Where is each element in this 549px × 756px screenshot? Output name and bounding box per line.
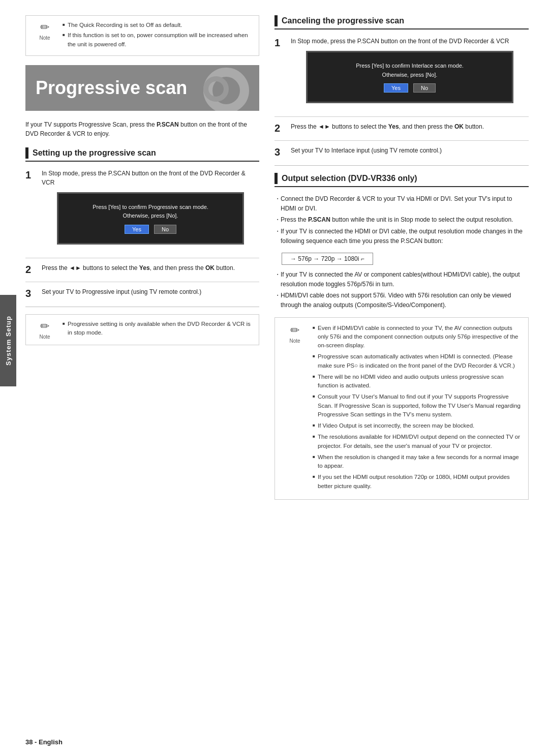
left-step-1: 1 In Stop mode, press the P.SCAN button … <box>25 169 259 252</box>
output-bullet-1: Connect the DVD Recorder & VCR to your T… <box>274 194 529 213</box>
note-right-5: If Video Output is set incorrectly, the … <box>313 421 521 430</box>
footer-text: 38 - English <box>25 738 63 746</box>
cancel-step-2-text3: button. <box>464 123 484 130</box>
step-1-text: In Stop mode, press the P.SCAN button on… <box>42 170 246 186</box>
setting-up-heading-container: Setting up the progressive scan <box>25 147 259 162</box>
output-bullets: Connect the DVD Recorder & VCR to your T… <box>274 194 529 246</box>
left-step-3: 3 Set your TV to Progressive input (usin… <box>25 287 259 299</box>
progressive-scan-banner: Progressive scan <box>25 65 259 111</box>
cancel-step-divider-1 <box>274 116 529 117</box>
step-2-bold1: Yes <box>139 264 150 271</box>
note-label-2: Note <box>39 334 50 340</box>
intro-text1: If your TV supports Progressive Scan, pr… <box>25 121 157 128</box>
banner-circle-small <box>203 76 229 102</box>
note-right-2: Progressive scan automatically activates… <box>313 352 521 370</box>
divider-after-step3 <box>25 307 259 307</box>
note-content-bottom: Progressive setting is only available wh… <box>63 320 253 340</box>
step-divider-1 <box>25 258 259 258</box>
step-number-3: 3 <box>25 287 37 299</box>
note-icon-area-2: ✏ Note <box>32 320 57 340</box>
step-3-content: Set your TV to Progressive input (using … <box>42 287 259 296</box>
output-bullet-2: Press the P.SCAN button while the unit i… <box>274 215 529 225</box>
note-box-right: ✏ Note Even if HDMI/DVI cable is connect… <box>274 317 529 500</box>
screen-mockup-2: Press [Yes] to confirm Interlace scan mo… <box>306 51 513 103</box>
step-number-1: 1 <box>25 169 37 181</box>
note-item-1: The Quick Recording is set to Off as def… <box>63 21 253 29</box>
note-content-top: The Quick Recording is set to Off as def… <box>63 21 253 50</box>
output-bullets-2: If your TV is connected the AV or compon… <box>274 270 529 310</box>
note-item-2: If this function is set to on, power con… <box>63 31 253 49</box>
screen-buttons-2: Yes No <box>315 83 505 93</box>
page-footer: 38 - English <box>25 738 63 746</box>
note-right-1: Even if HDMI/DVI cable is connected to y… <box>313 324 521 350</box>
step-2-text1: Press the ◄► buttons to select the <box>42 264 139 271</box>
screen-btn-yes-2[interactable]: Yes <box>384 83 408 93</box>
screen-btn-yes-1[interactable]: Yes <box>125 225 149 234</box>
cancel-step-2: 2 Press the ◄► buttons to select the Yes… <box>274 122 529 134</box>
output-bullet-5: HDMI/DVI cable does not support 576i. Vi… <box>274 291 529 310</box>
screen2-line-2: Otherwise, press [No]. <box>315 71 505 80</box>
note-bottom-item-1: Progressive setting is only available wh… <box>63 320 253 338</box>
cancel-step-1-text: In Stop mode, press the P.SCAN button on… <box>291 38 509 45</box>
canceling-heading-container: Canceling the progressive scan <box>274 15 529 29</box>
note-right-8: If you set the HDMI output resolution 72… <box>313 473 521 491</box>
note-right-6: The resolutions available for HDMI/DVI o… <box>313 433 521 450</box>
output-heading: Output selection (DVD-VR336 only) <box>282 174 417 183</box>
step-divider-2 <box>25 282 259 282</box>
output-heading-bar <box>274 173 278 184</box>
step-1-content: In Stop mode, press the P.SCAN button on… <box>42 169 259 252</box>
cancel-step-2-text1: Press the ◄► buttons to select the <box>291 123 388 130</box>
output-heading-container: Output selection (DVD-VR336 only) <box>274 173 529 187</box>
right-column: Canceling the progressive scan 1 In Stop… <box>274 15 529 500</box>
prog-intro: If your TV supports Progressive Scan, pr… <box>25 120 259 138</box>
cancel-step-1-content: In Stop mode, press the P.SCAN button on… <box>291 37 529 110</box>
cancel-step-number-2: 2 <box>274 122 286 134</box>
note-label-right: Note <box>289 338 300 344</box>
note-box-top: ✏ Note The Quick Recording is set to Off… <box>25 15 259 56</box>
sidebar-tab: System Setup <box>0 295 16 386</box>
intro-bold: P.SCAN <box>157 121 179 128</box>
output-bullet-4: If your TV is connected the AV or compon… <box>274 270 529 289</box>
note-right-3: There will be no HDMI video and audio ou… <box>313 373 521 390</box>
cancel-step-divider-2 <box>274 140 529 141</box>
cancel-step-3: 3 Set your TV to Interlace input (using … <box>274 146 529 158</box>
cancel-step-2-bold2: OK <box>454 123 464 130</box>
step-2-bold2: OK <box>205 264 215 271</box>
sidebar-tab-label: System Setup <box>5 316 12 366</box>
canceling-heading: Canceling the progressive scan <box>282 16 404 25</box>
step-2-content: Press the ◄► buttons to select the Yes, … <box>42 263 259 273</box>
banner-title: Progressive scan <box>36 78 187 98</box>
note-content-right: Even if HDMI/DVI cable is connected to y… <box>313 324 521 493</box>
left-step-2: 2 Press the ◄► buttons to select the Yes… <box>25 263 259 276</box>
note-right-4: Consult your TV User's Manual to find ou… <box>313 392 521 419</box>
cancel-step-3-content: Set your TV to Interlace input (using TV… <box>291 146 529 155</box>
step-2-text3: button. <box>215 264 235 271</box>
note-icon-2: ✏ <box>40 320 49 333</box>
cancel-step-2-bold1: Yes <box>388 123 399 130</box>
output-section: Output selection (DVD-VR336 only) Connec… <box>274 173 529 500</box>
screen-line-1: Press [Yes] to confirm Progressive scan … <box>66 203 235 212</box>
note-label: Note <box>39 35 50 41</box>
sequence-box: → 576p → 720p → 1080i ⌐ <box>282 253 373 265</box>
note-icon-right: ✏ <box>290 324 299 337</box>
screen-btn-no-2[interactable]: No <box>413 83 436 93</box>
step-2-text2: , and then press the <box>150 264 205 271</box>
note-right-7: When the resolution is changed it may ta… <box>313 453 521 471</box>
left-column: ✏ Note The Quick Recording is set to Off… <box>25 15 259 500</box>
canceling-heading-bar <box>274 15 278 26</box>
cancel-step-2-text2: , and then press the <box>399 123 454 130</box>
heading-bar <box>25 147 28 159</box>
screen-line-2: Otherwise, press [No]. <box>66 211 235 221</box>
cancel-step-number-1: 1 <box>274 37 286 49</box>
divider-between-sections <box>274 165 529 166</box>
screen-buttons-1: Yes No <box>66 225 235 234</box>
note-icon: ✏ <box>40 21 49 34</box>
cancel-step-2-content: Press the ◄► buttons to select the Yes, … <box>291 122 529 131</box>
output-bullet-3: If your TV is connected the HDMI or DVI … <box>274 227 529 246</box>
step-number-2: 2 <box>25 263 37 276</box>
screen2-line-1: Press [Yes] to confirm Interlace scan mo… <box>315 62 505 71</box>
setting-up-heading: Setting up the progressive scan <box>33 148 156 158</box>
screen-mockup-1: Press [Yes] to confirm Progressive scan … <box>57 192 244 245</box>
cancel-step-number-3: 3 <box>274 146 286 158</box>
screen-btn-no-1[interactable]: No <box>154 225 176 234</box>
